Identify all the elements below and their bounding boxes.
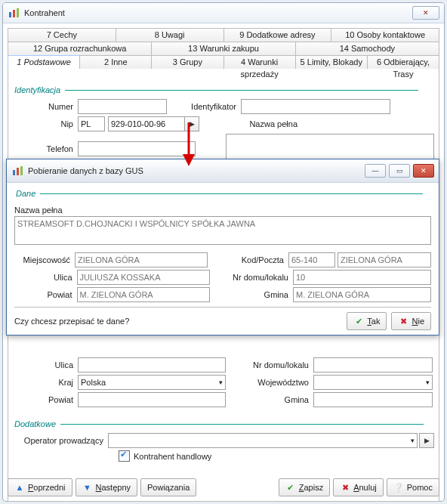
svg-rect-1 bbox=[13, 10, 15, 17]
modal-label-ulica: Ulica bbox=[14, 273, 77, 282]
tab-limity-blokady[interactable]: 5 Limity, Blokady bbox=[295, 55, 368, 69]
powiazania-button[interactable]: Powiązania bbox=[140, 478, 196, 496]
tab-dodatkowe-adresy[interactable]: 9 Dodatkowe adresy bbox=[224, 28, 332, 42]
kontrahent-handlowy-label: Kontrahent handlowy bbox=[134, 452, 211, 461]
app-icon bbox=[11, 165, 23, 177]
svg-rect-0 bbox=[9, 12, 11, 17]
label-kraj: Kraj bbox=[13, 378, 78, 387]
nastepny-button[interactable]: ▼ Następny bbox=[76, 478, 137, 496]
modal-poczta-field: ZIELONA GÓRA bbox=[338, 252, 431, 267]
callout-arrow-icon bbox=[180, 122, 198, 168]
tab-cechy[interactable]: 7 Cechy bbox=[8, 28, 116, 42]
pomoc-button[interactable]: ❔ Pomoc bbox=[387, 478, 439, 496]
label-powiat: Powiat bbox=[13, 395, 78, 404]
group-dodatkowe: Dodatkowe bbox=[14, 419, 60, 428]
tab-podstawowe[interactable]: 1 Podstawowe bbox=[8, 55, 80, 69]
modal-nr-domu-field: 10 bbox=[293, 270, 431, 285]
play-icon: ▶ bbox=[424, 437, 430, 444]
chevron-down-icon: ▾ bbox=[219, 376, 223, 389]
bottom-bar: ▲ Poprzedni ▼ Następny Powiązania ✔ Zapi… bbox=[8, 478, 439, 496]
svg-rect-3 bbox=[13, 170, 15, 175]
svg-rect-4 bbox=[17, 168, 19, 175]
maximize-icon: ▭ bbox=[396, 167, 403, 175]
poprzedni-button[interactable]: ▲ Poprzedni bbox=[8, 478, 72, 496]
close-icon: ✖ bbox=[340, 483, 350, 493]
group-dane: Dane bbox=[16, 189, 40, 198]
label-nr-domu: Nr domu/lokalu bbox=[241, 360, 313, 369]
help-icon: ❔ bbox=[393, 483, 404, 493]
ulica-input[interactable] bbox=[78, 357, 226, 373]
tab-grupa-rozrachunkowa[interactable]: 12 Grupa rozrachunkowa bbox=[8, 42, 152, 55]
modal-nazwa-pelna-field: STREAMSOFT D.CHOJNACKI I WSPÓLNICY SPÓŁK… bbox=[14, 216, 431, 245]
chevron-down-icon: ▾ bbox=[426, 376, 430, 389]
minimize-icon: — bbox=[372, 167, 379, 175]
yes-button[interactable]: ✔ Tak bbox=[347, 312, 387, 330]
modal-maximize-button[interactable]: ▭ bbox=[389, 164, 410, 178]
modal-label-powiat: Powiat bbox=[14, 290, 77, 299]
label-gmina: Gmina bbox=[241, 395, 313, 404]
modal-label-miejscowosc: Miejscowość bbox=[14, 255, 75, 264]
modal-label-gmina: Gmina bbox=[230, 290, 293, 299]
app-icon bbox=[8, 7, 20, 19]
tab-inne[interactable]: 2 Inne bbox=[79, 55, 152, 69]
kraj-select[interactable]: Polska ▾ bbox=[78, 375, 226, 390]
zapisz-button[interactable]: ✔ Zapisz bbox=[279, 478, 330, 496]
modal-gmina-field: M. ZIELONA GÓRA bbox=[293, 287, 431, 302]
label-numer: Numer bbox=[13, 102, 78, 111]
modal-ulica-field: JULIUSZA KOSSAKA bbox=[77, 270, 210, 285]
modal-close-button[interactable]: ✕ bbox=[413, 164, 434, 178]
label-operator: Operator prowadzący bbox=[13, 436, 108, 445]
tab-warunki-sprzedazy[interactable]: 4 Warunki sprzedaży bbox=[224, 55, 296, 69]
label-identyfikator: Identyfikator bbox=[182, 102, 241, 111]
tab-samochody[interactable]: 14 Samochody bbox=[295, 42, 439, 55]
modal-label-nazwa-pelna: Nazwa pełna bbox=[14, 206, 431, 215]
close-icon: ✖ bbox=[398, 317, 408, 326]
svg-rect-5 bbox=[20, 166, 23, 175]
telefon-input[interactable] bbox=[78, 141, 196, 156]
no-button[interactable]: ✖ Nie bbox=[391, 312, 431, 330]
kontrahent-handlowy-checkbox[interactable] bbox=[119, 450, 130, 462]
label-telefon: Telefon bbox=[13, 144, 78, 153]
svg-marker-7 bbox=[183, 154, 195, 166]
close-icon: ✕ bbox=[423, 9, 429, 17]
tab-grupy[interactable]: 3 Grupy bbox=[151, 55, 224, 69]
gus-modal: Pobieranie danych z bazy GUS — ▭ ✕ Dane … bbox=[6, 159, 439, 335]
check-icon: ✔ bbox=[353, 317, 364, 326]
modal-label-kod-poczta: Kod/Poczta bbox=[228, 255, 288, 264]
label-nip: Nip bbox=[13, 119, 78, 128]
arrow-up-icon: ▲ bbox=[14, 483, 25, 492]
tab-warunki-zakupu[interactable]: 13 Warunki zakupu bbox=[151, 42, 295, 55]
operator-lookup-button[interactable]: ▶ bbox=[419, 433, 434, 448]
modal-titlebar: Pobieranie danych z bazy GUS — ▭ ✕ bbox=[7, 159, 439, 183]
identyfikator-input[interactable] bbox=[241, 99, 390, 114]
nr-domu-input[interactable] bbox=[313, 357, 433, 373]
anuluj-button[interactable]: ✖ Anuluj bbox=[333, 478, 384, 496]
modal-minimize-button[interactable]: — bbox=[365, 164, 386, 178]
modal-kod-field: 65-140 bbox=[288, 252, 335, 267]
close-icon: ✕ bbox=[421, 167, 427, 175]
titlebar: Kontrahent ✕ bbox=[3, 3, 444, 23]
confirm-question: Czy chcesz przepisać te dane? bbox=[14, 317, 347, 326]
nip-cc-input[interactable]: PL bbox=[78, 116, 105, 131]
wojewodztwo-select[interactable]: ▾ bbox=[313, 375, 433, 390]
numer-input[interactable] bbox=[78, 99, 167, 114]
window-close-button[interactable]: ✕ bbox=[412, 6, 439, 20]
check-icon: ✔ bbox=[285, 483, 296, 493]
operator-select[interactable]: ▾ bbox=[108, 433, 418, 448]
label-ulica: Ulica bbox=[13, 360, 78, 369]
tab-odbierajacy-trasy[interactable]: 6 Odbierający, Trasy bbox=[367, 55, 439, 69]
label-nazwa-pelna: Nazwa pełna bbox=[230, 119, 302, 128]
tab-uwagi[interactable]: 8 Uwagi bbox=[116, 28, 224, 42]
modal-miejscowosc-field: ZIELONA GÓRA bbox=[75, 252, 208, 267]
arrow-down-icon: ▼ bbox=[82, 483, 93, 492]
window-title: Kontrahent bbox=[24, 8, 412, 17]
group-identyfikacja: Identyfikacja bbox=[14, 85, 65, 94]
svg-rect-2 bbox=[17, 8, 19, 17]
gmina-input[interactable] bbox=[313, 392, 433, 407]
tab-osoby-kontaktowe[interactable]: 10 Osoby kontaktowe bbox=[331, 28, 439, 42]
powiat-input[interactable] bbox=[78, 392, 226, 407]
modal-powiat-field: M. ZIELONA GÓRA bbox=[77, 287, 210, 302]
modal-label-nr-domu: Nr domu/lokalu bbox=[230, 273, 293, 282]
nip-number-input[interactable]: 929-010-00-96 bbox=[108, 116, 185, 131]
chevron-down-icon: ▾ bbox=[411, 434, 415, 447]
